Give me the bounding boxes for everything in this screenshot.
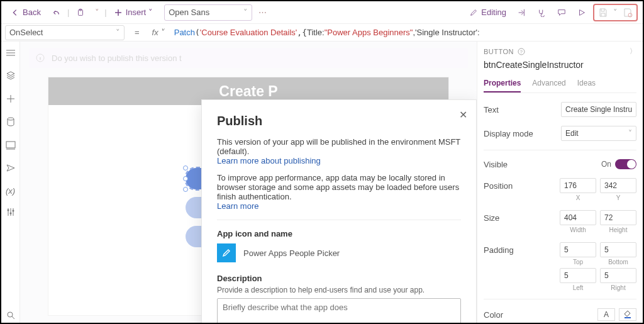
more-button[interactable]: ⋯ [255,6,270,18]
property-name: OnSelect [9,28,43,37]
back-button[interactable]: Back [6,6,45,19]
tab-advanced[interactable]: Advanced [532,76,565,92]
pad-left-input[interactable] [560,268,596,283]
chevron-down-icon[interactable]: ˅ [613,8,618,17]
tree-icon[interactable] [6,48,16,59]
insert-label: Insert [126,8,147,17]
canvas: Do you wish to publish this version t Cr… [20,42,477,323]
learn-more-link[interactable]: Learn more [217,201,258,211]
prop-visible-label: Visible [484,160,601,169]
clipboard-icon [75,8,86,18]
size-w-input[interactable] [560,210,596,225]
chevron-down-icon: ˅ [628,129,632,138]
prop-text-label: Text [484,105,561,115]
plus-icon [113,8,123,18]
app-name: Power Apps People Picker [243,249,340,258]
formula-input[interactable]: Patch('Course Evaluation Details',{Title… [170,26,643,38]
description-input[interactable] [217,298,461,323]
share-icon [516,8,526,18]
dialog-text: This version of your app will be publish… [217,137,460,156]
insert-button[interactable]: Insert ˅ [109,6,157,19]
left-rail: (x) [1,42,20,323]
share-button[interactable] [513,6,530,19]
prop-display-select[interactable]: Edit˅ [561,126,636,141]
prop-position-label: Position [484,181,560,191]
chevron-down-icon[interactable]: ˅ [92,8,102,18]
editing-label: Editing [481,8,506,17]
pad-top-input[interactable] [560,242,596,257]
close-icon[interactable]: ✕ [459,109,467,121]
svg-point-6 [9,213,11,215]
help-icon[interactable]: ? [518,48,525,55]
flows-icon[interactable] [6,164,16,175]
app-icon-heading: App icon and name [217,229,461,238]
control-name: btnCreateSingleInstructor [484,60,636,70]
pad-right-input[interactable] [600,268,636,283]
property-select[interactable]: OnSelect ˅ [5,25,125,40]
save-icon[interactable] [598,8,608,18]
svg-point-3 [8,118,14,120]
comment-icon [557,8,567,18]
tab-properties[interactable]: Properties [484,76,521,92]
fx-label[interactable]: fx˅ [146,28,170,37]
pos-x-input[interactable] [560,178,596,193]
fill-color-button[interactable] [619,308,636,321]
pencil-icon [221,248,231,258]
svg-rect-4 [6,142,15,148]
learn-more-publishing-link[interactable]: Learn more about publishing [217,156,321,165]
chevron-down-icon: ˅ [116,28,120,37]
back-label: Back [23,8,41,17]
app-icon [217,243,236,262]
layers-icon[interactable] [6,70,16,83]
media-icon[interactable] [6,141,16,152]
dialog-title: Publish [217,114,461,128]
prop-size-label: Size [484,213,560,223]
chevron-down-icon: ˅ [243,8,248,17]
properties-panel: BUTTON ? 〉 btnCreateSingleInstructor Pro… [477,42,643,323]
publish-dialog: ✕ Publish This version of your app will … [201,99,477,323]
checker-button[interactable] [533,6,550,19]
pencil-icon [469,8,479,18]
description-heading: Description [217,274,461,283]
prop-padding-label: Padding [484,245,560,255]
font-color-button[interactable]: A [597,308,615,321]
svg-text:?: ? [520,49,523,55]
tab-ideas[interactable]: Ideas [577,76,596,92]
editing-mode[interactable]: Editing [465,6,510,19]
visible-toggle[interactable] [615,159,636,169]
pad-bottom-input[interactable] [600,242,636,257]
font-select[interactable]: Open Sans ˅ [164,4,252,21]
save-group: ˅ [593,4,638,21]
arrow-left-icon [10,8,20,18]
svg-point-5 [7,209,9,211]
visible-value: On [601,160,611,169]
plus-icon[interactable] [6,94,15,106]
preview-button[interactable] [573,6,591,19]
prop-color-label: Color [484,310,597,320]
stethoscope-icon [536,8,547,18]
control-type: BUTTON [484,48,514,55]
pos-y-input[interactable] [600,178,636,193]
settings-icon[interactable] [6,207,15,220]
chevron-right-icon[interactable]: 〉 [630,47,637,56]
size-h-input[interactable] [600,210,636,225]
chevron-down-icon: ˅ [148,8,153,17]
comments-button[interactable] [553,6,570,19]
publish-icon[interactable] [623,8,633,18]
play-icon [577,8,587,18]
variable-icon[interactable]: (x) [6,186,15,196]
equals-label: = [128,28,146,37]
description-subtext: Provide a description to help end-users … [217,286,461,294]
dialog-text: To improve app performance, app data may… [217,173,459,201]
svg-point-8 [8,312,13,317]
font-name: Open Sans [169,8,209,17]
undo-icon [51,8,61,18]
undo-button[interactable] [47,6,65,19]
search-icon[interactable] [6,310,16,323]
prop-display-label: Display mode [484,129,561,138]
data-icon[interactable] [6,117,15,130]
prop-text-input[interactable] [561,102,636,117]
svg-point-7 [12,210,14,212]
paste-button[interactable] [72,6,89,19]
